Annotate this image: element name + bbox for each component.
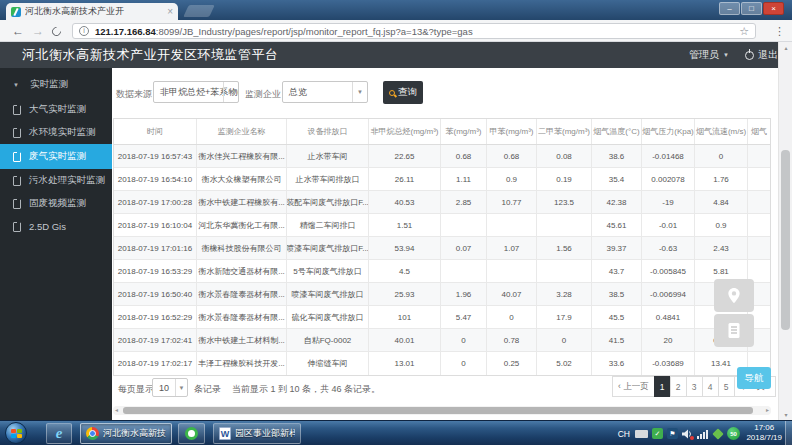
sidebar-item[interactable]: 废气实时监测: [0, 144, 112, 169]
browser-menu-icon[interactable]: ⋮: [774, 25, 785, 38]
scroll-left-icon[interactable]: ◂: [115, 406, 118, 415]
page-size-label: 每页显示: [118, 383, 154, 396]
table-cell: 衡水景春隆泰器材有限...: [197, 306, 287, 328]
horizontal-scrollbar[interactable]: ◂ ▸: [113, 406, 771, 415]
info-icon[interactable]: i: [79, 26, 89, 36]
table-cell: 41.5: [592, 329, 642, 351]
vertical-scrollbar[interactable]: ▴ ▾: [778, 42, 792, 420]
chevron-down-icon: ▼: [352, 82, 367, 102]
column-header: 非甲烷总烃(mg/m³): [369, 119, 441, 144]
prev-page-button[interactable]: ‹ 上一页: [612, 376, 655, 397]
company-select-value: 总览: [289, 86, 307, 99]
page-button[interactable]: 4: [702, 376, 719, 397]
diamond-app-icon[interactable]: [712, 428, 723, 439]
word-icon: W: [219, 427, 231, 440]
sidebar-item-label: 废气实时监测: [29, 150, 86, 163]
page-button[interactable]: 5: [718, 376, 735, 397]
refresh-icon[interactable]: [50, 25, 63, 38]
table-cell: 0.07: [441, 237, 487, 259]
logout-button[interactable]: 退出: [745, 48, 778, 62]
table-cell: 0: [695, 145, 748, 167]
nav-button[interactable]: 导航: [737, 367, 771, 389]
map-pin-button[interactable]: [714, 279, 754, 312]
table-cell: 衡水中铁建土工材料制...: [197, 329, 287, 351]
show-desktop-button[interactable]: [785, 421, 792, 445]
shield-icon[interactable]: ✓: [652, 428, 663, 439]
green-app-taskbar-button[interactable]: [178, 423, 205, 444]
language-indicator[interactable]: CH: [618, 429, 630, 439]
bookmark-star-icon[interactable]: ☆: [739, 25, 749, 38]
horizontal-scrollbar-thumb[interactable]: [123, 407, 753, 414]
sidebar-item[interactable]: 大气实时监测: [0, 98, 112, 121]
tab-close-icon[interactable]: ×: [167, 7, 173, 17]
chrome-taskbar-button[interactable]: 河北衡水高新技...: [80, 423, 172, 444]
word-taskbar-button[interactable]: W 园区事业部新样...: [213, 423, 301, 444]
table-cell: 2018-07-19 16:53:29: [114, 260, 197, 282]
close-button[interactable]: ×: [763, 2, 784, 15]
source-select[interactable]: 非甲烷总烃+苯系物(... ▼: [153, 81, 239, 103]
network-signal-icon[interactable]: [697, 429, 708, 439]
chevron-down-icon: ▼: [13, 82, 22, 88]
scroll-down-icon[interactable]: ▾: [779, 411, 792, 418]
report-document-button[interactable]: [714, 314, 754, 347]
table-cell: 33.6: [592, 352, 642, 375]
address-bar[interactable]: i 121.17.166.84:8099/JB_Industry/pages/r…: [72, 23, 756, 39]
table-cell: [537, 214, 592, 236]
page-button[interactable]: 1: [654, 376, 671, 397]
minimize-button[interactable]: –: [719, 2, 740, 15]
ie-icon: e: [56, 426, 63, 441]
table-cell: 4.84: [695, 191, 748, 213]
table-cell: [748, 168, 770, 190]
page-button[interactable]: 3: [686, 376, 703, 397]
table-cell: 0: [487, 306, 537, 328]
sidebar-menu: ▼实时监测大气实时监测水环境实时监测废气实时监测污水处理实时监测固废视频监测2.…: [0, 68, 112, 420]
table-cell: -0.01: [642, 214, 695, 236]
sidebar-item[interactable]: ▼实时监测: [0, 71, 112, 98]
table-cell: 喷漆车间废气排放口: [287, 283, 369, 305]
vertical-scrollbar-thumb[interactable]: [781, 150, 790, 330]
chrome-icon: [86, 427, 99, 440]
page-size-select[interactable]: 10 ▼: [152, 378, 188, 397]
column-header: 时间: [114, 119, 197, 144]
flag-icon[interactable]: ⚑: [667, 428, 678, 439]
power-icon: [745, 51, 754, 60]
table-cell: 42.38: [592, 191, 642, 213]
sidebar-item[interactable]: 固废视频监测: [0, 192, 112, 215]
sidebar-item[interactable]: 水环境实时监测: [0, 121, 112, 144]
keyboard-icon[interactable]: [635, 430, 648, 438]
forward-icon[interactable]: →: [32, 24, 44, 38]
column-header: 烟气温度(°C): [592, 119, 642, 144]
back-icon[interactable]: ←: [12, 24, 24, 38]
sidebar-item[interactable]: 2.5D Gis: [0, 215, 112, 238]
speaker-icon[interactable]: [682, 428, 693, 439]
table-cell: [487, 214, 537, 236]
maximize-button[interactable]: □: [741, 2, 762, 15]
column-header: 烟气流速(m/s): [695, 119, 748, 144]
antivirus-score-icon[interactable]: 50: [727, 427, 740, 440]
sidebar-item[interactable]: 污水处理实时监测: [0, 169, 112, 192]
table-cell: [748, 214, 770, 236]
table-cell: 35.4: [592, 168, 642, 190]
table-cell: 止水带车间排放口: [287, 168, 369, 190]
table-cell: 45.61: [592, 214, 642, 236]
table-cell: 1.07: [487, 237, 537, 259]
table-cell: 1.11: [441, 168, 487, 190]
browser-tab[interactable]: 河北衡水高新技术产业开 ×: [6, 3, 178, 20]
sidebar-item-label: 污水处理实时监测: [29, 174, 105, 187]
search-button[interactable]: 查询: [383, 81, 423, 104]
app-header: 河北衡水高新技术产业开发区环境监管平台 管理员 ▼ 退出: [0, 42, 792, 68]
word-task-title: 园区事业部新样...: [235, 427, 295, 440]
table-cell: 5.02: [537, 352, 592, 375]
new-tab-button[interactable]: [183, 5, 215, 17]
company-select[interactable]: 总览 ▼: [282, 81, 368, 103]
page-button[interactable]: 2: [670, 376, 687, 397]
taskbar-clock[interactable]: 17:06 2018/7/19: [746, 423, 782, 443]
ie-taskbar-button[interactable]: e: [46, 423, 72, 444]
start-button[interactable]: [5, 422, 27, 444]
scroll-right-icon[interactable]: ▸: [766, 406, 769, 415]
user-menu[interactable]: 管理员 ▼: [689, 48, 729, 62]
search-icon: [389, 90, 395, 96]
document-icon: [727, 322, 741, 339]
table-cell: 0.4841: [642, 306, 695, 328]
scroll-up-icon[interactable]: ▴: [779, 44, 792, 51]
